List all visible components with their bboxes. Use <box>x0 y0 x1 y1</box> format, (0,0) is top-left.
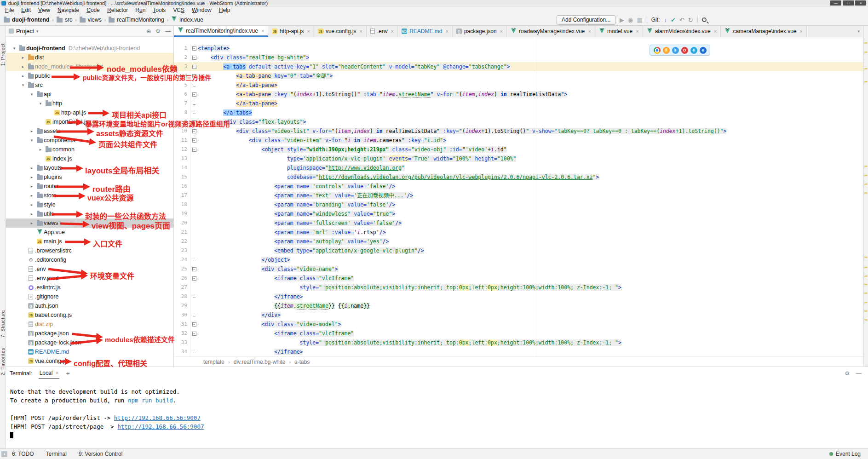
close-icon[interactable]: × <box>500 29 503 34</box>
status-item-6-todo[interactable]: 6: TODO <box>12 451 34 457</box>
editor-tab-roadwayManage-index.vue[interactable]: roadwayManage\index.vue× <box>507 26 595 37</box>
fold-marker-icon[interactable] <box>190 258 198 261</box>
menu-item-view[interactable]: View <box>35 6 53 14</box>
code-line-32[interactable]: 32− <iframe class="vlcIframe" <box>174 329 863 338</box>
fold-marker-icon[interactable]: − <box>190 92 198 97</box>
code-line-16[interactable]: 16 <param name='controls' value='false'/… <box>174 182 863 191</box>
tree-row-.env.prod[interactable]: .env.prod <box>6 274 173 283</box>
tree-row-vue.config.js[interactable]: JSvue.config.js <box>6 356 173 366</box>
tool-stripe-structure[interactable]: 7: Structure <box>0 310 6 338</box>
code-line-27[interactable]: 27 style=" position:absolute;visibility:… <box>174 283 863 292</box>
close-icon[interactable]: × <box>307 29 310 34</box>
fold-marker-icon[interactable] <box>190 295 198 298</box>
fold-marker-icon[interactable]: − <box>190 332 198 336</box>
code-line-34[interactable]: 34 </iframe> <box>174 347 863 356</box>
code-line-29[interactable]: 29 {{item.streetName}} {{i.name}} <box>174 301 863 310</box>
chevron-right-icon[interactable]: ▸ <box>28 184 35 189</box>
git-history-icon[interactable]: ↻ <box>688 17 693 23</box>
close-icon[interactable]: × <box>799 29 802 34</box>
code-line-9[interactable]: 9− <div class="flex-layouts"> <box>174 117 863 126</box>
tool-stripe-project[interactable]: 1: Project <box>0 43 6 66</box>
editor-tab-.env[interactable]: .env× <box>367 26 398 37</box>
close-icon[interactable]: × <box>55 370 58 376</box>
tree-row-.browserslistrc[interactable]: .browserslistrc <box>6 246 173 255</box>
code-line-14[interactable]: 14 pluginspage="http://www.videolan.org" <box>174 163 863 172</box>
breadcrumb-item-realTimeMonitoring[interactable]: realTimeMonitoring <box>109 17 164 23</box>
close-icon[interactable]: × <box>445 29 448 34</box>
code-line-21[interactable]: 21 <param name='mrl' :value='i.rtsp'/> <box>174 228 863 237</box>
settings-icon[interactable]: ⚙ <box>845 370 850 377</box>
chevron-down-icon[interactable]: ▾ <box>28 138 35 143</box>
tree-row-layouts[interactable]: ▸layouts <box>6 163 173 172</box>
editor-tab-model.vue[interactable]: model.vue× <box>595 26 643 37</box>
tool-windows-toggle-icon[interactable] <box>1 451 7 457</box>
fold-marker-icon[interactable]: − <box>190 56 198 60</box>
code-line-31[interactable]: 31− <div class="video-model"> <box>174 320 863 329</box>
tree-row-package.json[interactable]: {}package.json <box>6 329 173 338</box>
close-icon[interactable]: × <box>360 29 362 34</box>
breadcrumb-item-src[interactable]: src <box>57 17 72 23</box>
editor-breadcrumb-item[interactable]: div.realTime.bg-white <box>234 359 286 365</box>
terminal-output[interactable]: Note that the development build is not o… <box>6 380 868 440</box>
code-line-20[interactable]: 20 <param name='fullscreen' value='false… <box>174 218 863 228</box>
firefox-icon[interactable]: f <box>663 47 670 54</box>
fold-marker-icon[interactable] <box>190 84 198 86</box>
opera-icon[interactable]: O <box>681 47 688 54</box>
tree-row-.editorconfig[interactable]: ⚙.editorconfig <box>6 255 173 264</box>
tree-row-.env[interactable]: .env <box>6 264 173 274</box>
code-line-25[interactable]: 25− <div class="video-name"> <box>174 264 863 274</box>
git-commit-icon[interactable]: ✔ <box>671 17 676 23</box>
code-editor[interactable]: 1−<template>2− <div class="realTime bg-w… <box>174 37 863 356</box>
tree-row-utils[interactable]: ▸utils <box>6 209 173 218</box>
chevron-down-icon[interactable]: ▾ <box>19 83 27 87</box>
safari-icon[interactable]: s <box>672 47 679 54</box>
code-line-11[interactable]: 11− <div class="video-item" v-for="i in … <box>174 136 863 145</box>
fold-marker-icon[interactable]: − <box>190 148 198 152</box>
new-terminal-button[interactable]: + <box>66 370 69 377</box>
code-line-3[interactable]: 3− <a-tabs default-active-key="1" slot="… <box>174 62 863 71</box>
fold-marker-icon[interactable]: − <box>190 120 198 124</box>
editor-tab-realTimeMonitoring-index.vue[interactable]: realTimeMonitoring\index.vue× <box>174 26 268 37</box>
breadcrumb-item-duoji-frontend[interactable]: duoji-frontend <box>4 17 49 23</box>
tree-row-src[interactable]: ▾src <box>6 80 173 90</box>
status-item-terminal[interactable]: Terminal <box>46 451 67 457</box>
code-line-26[interactable]: 26− <iframe class="vlcIframe" <box>174 274 863 283</box>
close-icon[interactable]: × <box>588 29 591 34</box>
chevron-right-icon[interactable]: ▸ <box>28 193 35 198</box>
maximize-button[interactable]: □ <box>843 0 854 6</box>
terminal-link[interactable]: http://192.168.66.56:9007 <box>114 414 201 421</box>
editor-tab-http-api.js[interactable]: JShttp-api.js× <box>268 26 314 37</box>
close-icon[interactable]: × <box>391 29 394 34</box>
tree-row-style[interactable]: ▸style <box>6 200 173 209</box>
chevron-right-icon[interactable]: ▸ <box>19 64 27 69</box>
tree-row-dist[interactable]: ▸dist <box>6 53 173 62</box>
menu-item-file[interactable]: File <box>2 6 17 14</box>
menu-item-refactor[interactable]: Refactor <box>104 6 131 14</box>
menu-item-edit[interactable]: Edit <box>18 6 34 14</box>
chevron-right-icon[interactable]: ▸ <box>19 55 27 60</box>
tree-row-views[interactable]: ▸views <box>6 218 173 228</box>
tree-row-.gitignore[interactable]: ⊘.gitignore <box>6 292 173 301</box>
add-configuration-button[interactable]: Add Configuration... <box>557 15 615 25</box>
editor-breadcrumb-item[interactable]: a-tabs <box>294 359 310 365</box>
tree-row-auth.json[interactable]: {}auth.json <box>6 301 173 310</box>
tree-row-plugins[interactable]: ▸plugins <box>6 172 173 182</box>
close-button[interactable]: × <box>855 0 866 6</box>
code-line-18[interactable]: 18 <param name='branding' value='false'/… <box>174 200 863 209</box>
fold-marker-icon[interactable]: − <box>190 276 198 281</box>
editor-tab-alarmVideos-index.vue[interactable]: alarmVideos\index.vue× <box>643 26 721 37</box>
fold-marker-icon[interactable] <box>190 102 198 105</box>
git-rollback-icon[interactable]: ↶ <box>679 17 684 23</box>
code-line-1[interactable]: 1−<template> <box>174 44 863 53</box>
tree-row-index.js[interactable]: JSindex.js <box>6 154 173 163</box>
edge-icon[interactable]: e <box>700 47 707 54</box>
tree-row-store[interactable]: ▸store <box>6 191 173 200</box>
search-icon[interactable] <box>702 17 707 22</box>
chevron-down-icon[interactable]: ▾ <box>28 92 35 97</box>
tree-row-node_modules[interactable]: ▸node_moduleslibrary root <box>6 62 173 71</box>
chevron-right-icon[interactable]: ▸ <box>37 147 44 152</box>
tree-row-importExcel.js[interactable]: JSimportExcel.js <box>6 117 173 126</box>
menu-item-vcs[interactable]: VCS <box>170 6 188 14</box>
tree-row-public[interactable]: ▸public <box>6 71 173 80</box>
fold-marker-icon[interactable]: − <box>190 267 198 271</box>
